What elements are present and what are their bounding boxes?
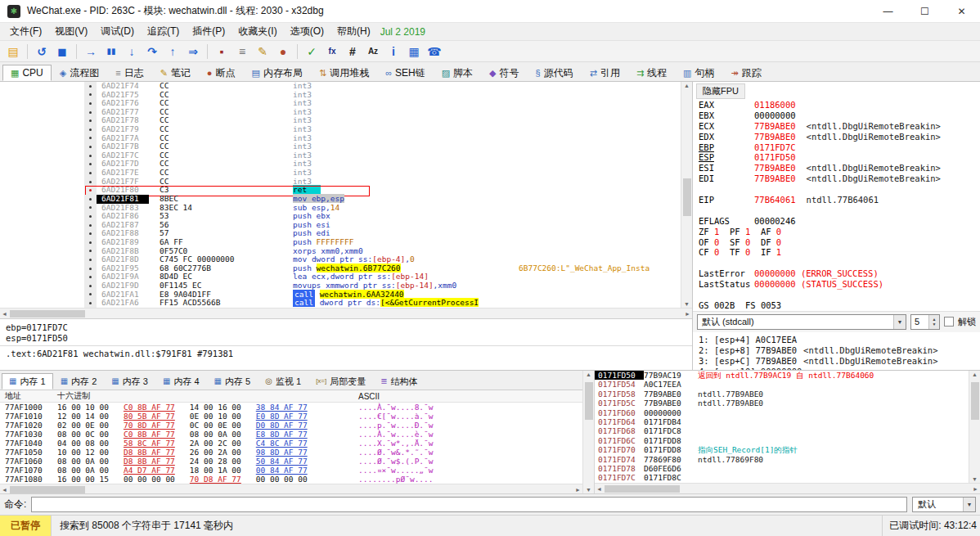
step-into-button[interactable]: ↓ [123, 43, 141, 61]
menu-item[interactable]: 帮助(H) [330, 23, 377, 40]
scroll-thumb[interactable] [10, 310, 85, 318]
menu-item[interactable]: 插件(P) [186, 23, 232, 40]
stack-row[interactable]: 0171FD6C0171FDD8 [595, 436, 969, 445]
tab-内存 2[interactable]: ▦内存 2 [53, 373, 105, 390]
menu-item[interactable]: 文件(F) [3, 23, 48, 40]
unlock-checkbox[interactable] [944, 317, 954, 327]
register-row[interactable]: EAX01186000 [699, 100, 980, 110]
stack-hscrollbar[interactable]: ◄ ► [595, 483, 980, 493]
hide-fpu-button[interactable]: 隐藏FPU [696, 83, 745, 99]
tab-监视 1[interactable]: ◎监视 1 [258, 373, 308, 390]
memory-row[interactable]: 77AF104004 00 08 0058 8C AF 772A 00 2C 0… [0, 439, 582, 448]
command-input[interactable] [31, 497, 907, 512]
check-button[interactable]: ✓ [303, 43, 321, 61]
scroll-right-icon[interactable]: ► [685, 311, 690, 317]
command-profile-select[interactable]: 默认 ▼ [912, 497, 976, 512]
scroll-thumb[interactable] [585, 382, 593, 420]
stack-row[interactable]: 0171FD54A0C17EEA [595, 380, 969, 389]
register-row[interactable]: LastStatus00000000 (STATUS_SUCCESS) [699, 279, 980, 290]
stack-row[interactable]: 0171FD5877B9ABE0ntdll.77B9ABE0 [595, 390, 969, 399]
attach-button[interactable]: ☎ [425, 43, 443, 61]
tab-句柄[interactable]: ▥句柄 [675, 65, 722, 81]
disasm-vscrollbar[interactable]: ▲ ▼ [681, 82, 692, 308]
call-arg-row[interactable]: 3: [esp+C] 77B9ABE0<ntdll.DbgUiRemoteBre… [699, 356, 980, 367]
tab-内存布局[interactable]: ▤内存布局 [244, 65, 311, 81]
stop-button[interactable]: ◼ [53, 43, 71, 61]
animate-button[interactable]: ▪ [213, 43, 231, 61]
arg-count-spinner[interactable]: 5 ▲▼ [910, 314, 940, 330]
minimize-button[interactable]: — [870, 0, 906, 22]
breakpoints-button[interactable]: ● [274, 43, 292, 61]
tab-CPU[interactable]: ▦CPU [2, 65, 52, 81]
disasm-row[interactable]: 6AD21F818BECmov ebp,esp [0, 195, 681, 204]
scroll-left-icon[interactable]: ◄ [596, 486, 602, 492]
tab-源代码[interactable]: §源代码 [528, 65, 582, 81]
memory-row[interactable]: 77AF108016 00 00 1500 00 00 0070 D8 AF 7… [0, 475, 582, 484]
scroll-right-icon[interactable]: ► [973, 486, 978, 492]
memory-row[interactable]: 77AF102002 00 0E 0070 8D AF 770C 00 0E 0… [0, 421, 582, 430]
register-row[interactable]: ECX77B9ABE0<ntdll.DbgUiRemoteBreakin> [699, 121, 980, 132]
stack-row[interactable]: 0171FD6000000000 [595, 408, 969, 417]
maximize-button[interactable]: ☐ [906, 0, 943, 22]
tab-跟踪[interactable]: ↠跟踪 [723, 65, 770, 81]
disasm-hscrollbar[interactable]: ◄ ► [0, 308, 692, 318]
register-row[interactable]: EFLAGS00000246 [699, 216, 980, 227]
menu-item[interactable]: 选项(O) [284, 23, 330, 40]
register-row[interactable]: OF 0 SF 0 DF 0 [699, 237, 980, 248]
scroll-left-icon[interactable]: ◄ [2, 487, 7, 493]
scroll-right-icon[interactable]: ► [575, 487, 581, 493]
tab-笔记[interactable]: ✎笔记 [152, 65, 199, 81]
tab-日志[interactable]: ≡日志 [107, 65, 151, 81]
hash-button[interactable]: # [344, 43, 362, 61]
register-row[interactable]: EDX77B9ABE0<ntdll.DbgUiRemoteBreakin> [699, 132, 980, 142]
stack-view[interactable]: 0171FD5077B9AC19返回到 ntdll.77B9AC19 自 ntd… [595, 371, 969, 483]
menu-item[interactable]: 收藏夹(I) [232, 23, 283, 40]
restart-button[interactable]: ↺ [33, 43, 51, 61]
open-file-button[interactable]: ▤ [4, 43, 22, 61]
tab-内存 4[interactable]: ▦内存 4 [155, 373, 207, 390]
memory-row[interactable]: 77AF100016 00 10 00C0 8B AF 7714 00 16 0… [0, 403, 582, 412]
run-button[interactable]: → [82, 43, 100, 61]
memory-row[interactable]: 77AF101012 00 14 0080 5B AF 770E 00 10 0… [0, 412, 582, 421]
register-row[interactable]: ESI77B9ABE0<ntdll.DbgUiRemoteBreakin> [699, 163, 980, 173]
tab-SEH链[interactable]: ∞SEH链 [377, 65, 434, 81]
scroll-down-icon[interactable]: ▼ [972, 476, 978, 482]
call-arg-row[interactable]: 1: [esp+4] A0C17EEA [699, 335, 980, 345]
log-button[interactable]: ≡ [233, 43, 251, 61]
memory-vscrollbar[interactable]: ▲ ▼ [582, 371, 594, 493]
register-row[interactable]: EIP77B64061ntdll.77B64061 [699, 195, 980, 205]
scroll-left-icon[interactable]: ◄ [2, 311, 7, 317]
disasm-row[interactable]: 6AD21FA6FF15 ACD5566Bcall dword ptr ds:[… [0, 299, 681, 308]
notes-button[interactable]: ✎ [254, 43, 272, 61]
tab-引用[interactable]: ⇄引用 [582, 65, 628, 81]
stack-row[interactable]: 0171FD640171FDB4 [595, 417, 969, 426]
stack-vscrollbar[interactable]: ▲ ▼ [969, 371, 980, 483]
tab-调用堆栈[interactable]: ⇅调用堆栈 [311, 65, 377, 81]
tab-流程图[interactable]: ◈流程图 [52, 65, 107, 81]
scroll-thumb[interactable] [10, 486, 85, 493]
scroll-down-icon[interactable]: ▼ [684, 301, 690, 307]
pause-button[interactable]: ▮▮ [102, 43, 120, 61]
stack-row[interactable]: 0171FD5077B9AC19返回到 ntdll.77B9AC19 自 ntd… [595, 371, 969, 380]
calling-convention-select[interactable]: 默认 (stdcall) ▼ [697, 314, 906, 330]
register-row[interactable]: EDI77B9ABE0<ntdll.DbgUiRemoteBreakin> [699, 173, 980, 184]
step-out-button[interactable]: ↑ [164, 43, 182, 61]
scroll-up-icon[interactable]: ▲ [972, 372, 978, 377]
tab-内存 1[interactable]: ▦内存 1 [2, 373, 53, 390]
functions-button[interactable]: fx [323, 43, 341, 61]
tab-内存 5[interactable]: ▦内存 5 [207, 373, 258, 390]
register-row[interactable]: LastError00000000 (ERROR_SUCCESS) [699, 268, 980, 279]
scroll-down-icon[interactable]: ▼ [586, 487, 591, 493]
register-row[interactable]: CF 0 TF 0 IF 1 [699, 247, 980, 258]
memory-map-button[interactable]: ▦ [405, 43, 423, 61]
run-to-user-button[interactable]: ⇒ [184, 43, 202, 61]
menu-item[interactable]: 追踪(T) [141, 23, 186, 40]
stack-row[interactable]: 0171FD5C77B9ABE0ntdll.77B9ABE0 [595, 399, 969, 408]
memory-row[interactable]: 77AF106008 00 0A 00D8 8B AF 7724 00 28 0… [0, 457, 582, 466]
scroll-up-icon[interactable]: ▲ [586, 372, 591, 377]
register-row[interactable]: ZF 1 PF 1 AF 0 [699, 227, 980, 237]
register-row[interactable]: EBP0171FD7C [699, 142, 980, 153]
info-button[interactable]: i [384, 43, 402, 61]
tab-断点[interactable]: ●断点 [199, 65, 244, 81]
register-row[interactable]: GS 002B FS 0053 [699, 300, 980, 311]
